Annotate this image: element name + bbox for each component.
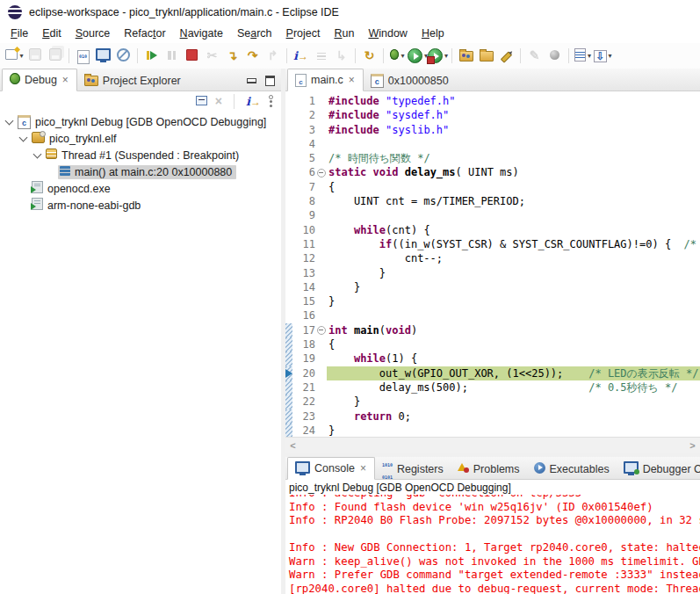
close-icon[interactable]: × [359, 462, 367, 474]
bottom-tab-debugger-console[interactable]: Debugger Console [617, 459, 700, 479]
annotation-column [285, 180, 292, 194]
tree-item-label: pico_tryknl.elf [49, 133, 116, 145]
horizontal-scrollbar[interactable]: < > [285, 437, 700, 453]
debug-tree-row[interactable]: cpico_tryknl Debug [GDB OpenOCD Debuggin… [0, 113, 281, 130]
fold-marker-icon[interactable] [315, 326, 327, 335]
code-lines[interactable]: 1#include "typedef.h"2#include "sysdef.h… [285, 91, 700, 438]
exe-icon [32, 181, 43, 196]
step-into-button[interactable]: ↴ [222, 46, 242, 67]
executables-icon [534, 462, 545, 476]
instruction-stepping-button[interactable]: i→ [246, 95, 261, 108]
close-icon[interactable]: × [348, 74, 356, 86]
title-bar: eclipse-workspace - pico_tryknl/applicat… [0, 0, 700, 24]
expander-chevron-icon[interactable] [32, 153, 44, 157]
open-console-button[interactable] [93, 46, 113, 67]
c-app-icon: c [371, 74, 384, 88]
bottom-tabbar: Console×1010 0101RegistersProblemsExecut… [285, 457, 700, 480]
dropdown-arrow-icon[interactable]: ▾ [401, 52, 404, 60]
folder-open-button[interactable] [476, 46, 496, 67]
debug-tree-row[interactable]: arm-none-eabi-gdb [0, 197, 281, 214]
debug-tree-row[interactable]: Thread #1 (Suspended : Breakpoint) [0, 147, 281, 163]
exe-icon [32, 198, 43, 213]
toolbar-separator [234, 94, 235, 109]
bottom-tab-problems[interactable]: Problems [451, 459, 527, 479]
binary-file-button[interactable]: 010 [73, 46, 93, 67]
menu-search[interactable]: Search [230, 25, 279, 41]
tree-item[interactable]: pico_tryknl.elf [30, 131, 120, 147]
menu-source[interactable]: Source [69, 25, 118, 41]
view-tab-debug[interactable]: Debug× [2, 69, 77, 91]
bottom-tab-executables[interactable]: Executables [527, 459, 617, 479]
highlighter-icon [501, 50, 512, 62]
profile-button[interactable]: ▾ [428, 46, 448, 67]
task-list-button[interactable]: ▾ [573, 46, 593, 67]
dropdown-arrow-icon[interactable]: ▾ [444, 52, 448, 60]
menu-run[interactable]: Run [327, 25, 361, 41]
editor-tab-main-c[interactable]: cmain.c× [287, 69, 364, 91]
tree-item[interactable]: main() at main.c:20 0x10000880 [58, 165, 236, 179]
step-over-button[interactable]: ↷ [242, 46, 263, 67]
drop-to-frame-icon: ↳ [336, 49, 347, 62]
debug-button[interactable]: ▾ [387, 46, 408, 67]
expander-chevron-icon[interactable] [4, 120, 16, 124]
menu-project[interactable]: Project [279, 25, 328, 41]
maximize-icon[interactable] [265, 76, 275, 86]
tree-item[interactable]: cpico_tryknl Debug [GDB OpenOCD Debuggin… [16, 114, 271, 130]
mark-occurrences-button[interactable] [545, 46, 565, 67]
tree-item[interactable]: arm-none-eabi-gdb [30, 197, 145, 214]
collapse-all-button[interactable] [196, 96, 207, 108]
highlighter-button[interactable] [496, 46, 516, 67]
editor-tab-0x10000850[interactable]: c0x10000850 [364, 70, 456, 91]
new-wizard-button[interactable]: ▾ [4, 46, 25, 67]
run-button[interactable]: ▾ [408, 46, 428, 67]
code-editor[interactable]: 1#include "typedef.h"2#include "sysdef.h… [285, 91, 700, 453]
fold-marker-icon[interactable] [315, 169, 327, 177]
resume-button[interactable] [141, 46, 162, 67]
dropdown-arrow-icon[interactable]: ▾ [588, 52, 591, 60]
folder-packages-button[interactable] [456, 46, 476, 67]
debug-tree-row[interactable]: openocd.exe [0, 180, 281, 197]
debug-tree-row[interactable]: main() at main.c:20 0x10000880 [0, 163, 281, 180]
edit-pencil-button: ✎ [524, 46, 545, 67]
instruction-stepping-button[interactable]: i→ [291, 46, 311, 67]
dropdown-arrow-icon[interactable]: ▾ [19, 52, 23, 60]
annotation-column [285, 337, 292, 351]
menu-refactor[interactable]: Refactor [117, 25, 172, 41]
folder-open-icon [480, 48, 494, 64]
menu-window[interactable]: Window [361, 25, 414, 41]
expander-chevron-icon[interactable] [18, 136, 30, 141]
tab-label: Executables [550, 463, 610, 475]
menu-navigate[interactable]: Navigate [173, 25, 230, 41]
debug-tree-row[interactable]: pico_tryknl.elf [0, 130, 281, 147]
code-line: 7{ [285, 180, 700, 194]
console-line: Info : RP2040 B0 Flash Probe: 2097152 by… [289, 514, 700, 528]
bottom-tab-console[interactable]: Console× [287, 457, 375, 480]
restart-button[interactable]: ↻ [359, 46, 379, 67]
scroll-right-icon[interactable]: > [685, 440, 700, 451]
main-toolbar: ▾010✂↴↷↱i→↳↻▾▾▾✎▾⇩▾ [0, 43, 700, 69]
current-debug-line: 20 out_w(GPIO_OUT_XOR, (1<<25)); /* LEDの… [285, 366, 700, 380]
line-number: 5 [292, 151, 315, 165]
tree-item[interactable]: Thread #1 (Suspended : Breakpoint) [44, 148, 243, 163]
minimize-icon[interactable] [247, 78, 256, 83]
code-line: 21 delay_ms(500); /* 0.5秒待ち */ [285, 380, 700, 395]
dropdown-arrow-icon[interactable]: ▾ [609, 52, 612, 60]
menu-help[interactable]: Help [415, 25, 451, 41]
terminate-button[interactable] [182, 46, 202, 67]
skip-all-breakpoints-button[interactable] [113, 46, 134, 67]
view-menu-button[interactable] [269, 95, 273, 109]
close-icon[interactable]: × [61, 74, 69, 86]
annotation-column [285, 380, 292, 395]
scroll-left-icon[interactable]: < [285, 440, 300, 451]
menu-edit[interactable]: Edit [35, 25, 69, 41]
bottom-tab-registers[interactable]: 1010 0101Registers [375, 459, 451, 479]
view-tab-project-explorer[interactable]: Project Explorer [77, 70, 188, 91]
tree-item[interactable]: openocd.exe [30, 180, 115, 197]
launch-c-icon: c [18, 115, 31, 129]
import-button[interactable]: ⇩▾ [593, 46, 613, 67]
main-area: Debug×Project Explorer ×i→ cpico_tryknl … [0, 69, 700, 594]
tab-label: 0x10000850 [388, 75, 449, 87]
registers-icon: 1010 0101 [382, 457, 393, 482]
tree-item-label: main() at main.c:20 0x10000880 [75, 166, 232, 178]
menu-file[interactable]: File [4, 25, 35, 41]
